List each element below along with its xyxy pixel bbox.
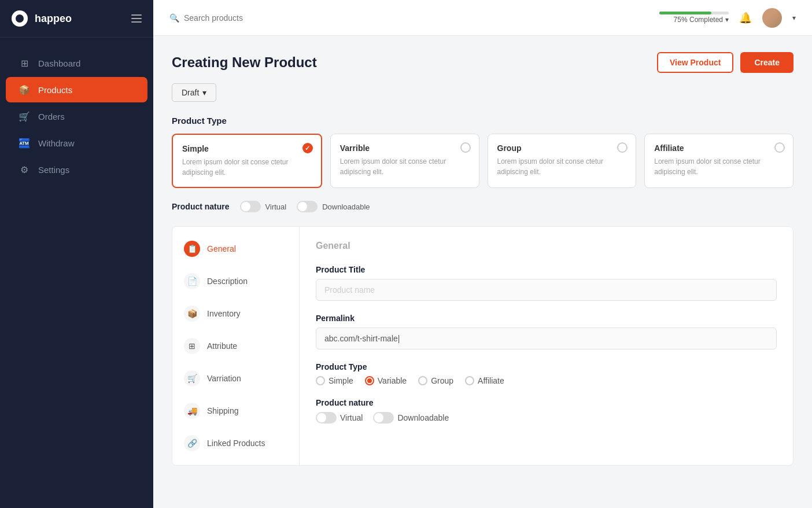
linked-products-icon: 🔗 [184, 435, 200, 451]
side-nav-shipping[interactable]: 🚚 Shipping [172, 395, 299, 427]
product-nature-form: Virtual Downloadable [316, 412, 777, 424]
virtual-toggle-form[interactable] [316, 412, 337, 424]
type-card-desc: Lorem ipsum dolor sit conse ctetur adipi… [654, 156, 784, 177]
form-section-title: General [316, 241, 777, 251]
sidebar: happeo ⊞ Dashboard 📦 Products 🛒 Orders 🏧… [0, 0, 153, 508]
type-card-radio [774, 142, 785, 153]
side-nav-attribute[interactable]: ⊞ Attribute [172, 330, 299, 362]
radio-circle-simple [316, 376, 325, 385]
product-title-label: Product Title [316, 265, 777, 274]
permalink-label: Permalink [316, 314, 777, 323]
downloadable-toggle-form[interactable] [373, 412, 394, 424]
form-panel: General Product Title Permalink Product … [300, 227, 793, 465]
downloadable-label: Downloadable [322, 203, 370, 211]
product-title-input[interactable] [316, 279, 777, 301]
product-type-form-label: Product Type [316, 362, 777, 371]
radio-circle-group [418, 376, 427, 385]
avatar-image [762, 8, 782, 28]
permalink-input[interactable] [316, 327, 777, 349]
attribute-icon: ⊞ [184, 338, 200, 354]
side-nav-inventory[interactable]: 📦 Inventory [172, 297, 299, 330]
virtual-toggle[interactable] [240, 201, 261, 212]
orders-icon: 🛒 [19, 111, 30, 122]
view-product-button[interactable]: View Product [657, 52, 733, 73]
sidebar-item-settings[interactable]: ⚙ Settings [6, 157, 147, 182]
sidebar-item-orders[interactable]: 🛒 Orders [6, 104, 147, 129]
sidebar-item-label: Withdraw [38, 138, 75, 148]
type-card-radio [302, 143, 313, 153]
header-actions: View Product Create [657, 52, 793, 73]
chevron-down-icon: ▾ [202, 88, 206, 97]
search-wrap: 🔍 [169, 13, 447, 23]
product-type-simple[interactable]: Simple Lorem ipsum dolor sit conse ctetu… [172, 134, 322, 188]
product-types: Simple Lorem ipsum dolor sit conse ctetu… [172, 134, 793, 188]
sidebar-item-dashboard[interactable]: ⊞ Dashboard [6, 50, 147, 76]
radio-variable[interactable]: Variable [365, 376, 407, 385]
product-type-form-group: Product Type Simple Variable Group [316, 362, 777, 385]
general-icon: 📋 [184, 241, 200, 257]
sidebar-item-label: Orders [38, 112, 65, 122]
type-card-title: Affiliate [654, 143, 784, 153]
radio-simple[interactable]: Simple [316, 376, 353, 385]
downloadable-toggle[interactable] [297, 201, 318, 212]
sidebar-item-label: Products [38, 85, 72, 95]
nature-virtual[interactable]: Virtual [316, 412, 363, 424]
hamburger-icon[interactable] [131, 14, 142, 23]
withdraw-icon: 🏧 [19, 137, 30, 149]
content-area: Creating New Product View Product Create… [153, 36, 812, 508]
logo-text: happeo [35, 13, 72, 25]
virtual-label: Virtual [265, 203, 287, 211]
type-card-desc: Lorem ipsum dolor sit conse ctetur adipi… [340, 156, 470, 177]
sidebar-item-withdraw[interactable]: 🏧 Withdraw [6, 130, 147, 156]
permalink-group: Permalink [316, 314, 777, 349]
radio-affiliate[interactable]: Affiliate [465, 376, 504, 385]
product-type-varrible[interactable]: Varrible Lorem ipsum dolor sit conse cte… [330, 134, 479, 188]
progress-bar-outer [659, 12, 729, 14]
radio-group-type[interactable]: Group [418, 376, 453, 385]
dashboard-icon: ⊞ [19, 57, 30, 69]
product-type-group[interactable]: Group Lorem ipsum dolor sit conse ctetur… [488, 134, 637, 188]
description-icon: 📄 [184, 273, 200, 289]
topbar-right: 75% Completed ▾ 🔔 ▾ [659, 8, 796, 28]
side-nav-description[interactable]: 📄 Description [172, 265, 299, 297]
radio-circle-affiliate [465, 376, 474, 385]
bell-icon[interactable]: 🔔 [739, 12, 752, 24]
varriation-icon: 🛒 [184, 370, 200, 386]
side-nav-linked-products[interactable]: 🔗 Linked Products [172, 427, 299, 459]
search-icon: 🔍 [169, 13, 179, 23]
two-col-panel: 📋 General 📄 Description 📦 Inventory ⊞ At… [172, 226, 793, 466]
type-card-desc: Lorem ipsum dolor sit conse ctetur adipi… [182, 157, 312, 178]
product-nature-form-label: Product nature [316, 398, 777, 407]
settings-icon: ⚙ [19, 164, 30, 175]
progress-bar-inner [659, 12, 711, 14]
shipping-icon: 🚚 [184, 403, 200, 419]
topbar: 🔍 75% Completed ▾ 🔔 ▾ [153, 0, 812, 36]
product-nature-row: Product nature Virtual Downloadable [172, 201, 793, 212]
side-nav-varriation[interactable]: 🛒 Varriation [172, 362, 299, 395]
sidebar-item-products[interactable]: 📦 Products [6, 77, 147, 102]
products-icon: 📦 [19, 84, 30, 95]
product-nature-form-group: Product nature Virtual Downloadable [316, 398, 777, 424]
type-card-title: Simple [182, 144, 312, 153]
nature-downloadable[interactable]: Downloadable [373, 412, 449, 424]
sidebar-item-label: Dashboard [38, 58, 80, 68]
virtual-toggle-wrap: Virtual [240, 201, 287, 212]
progress-wrap: 75% Completed ▾ [659, 12, 729, 24]
main-wrapper: 🔍 75% Completed ▾ 🔔 ▾ Creating New Prod [153, 0, 812, 508]
type-card-title: Varrible [340, 143, 470, 153]
form-sidebar-nav: 📋 General 📄 Description 📦 Inventory ⊞ At… [172, 227, 300, 465]
sidebar-item-label: Settings [38, 165, 69, 175]
downloadable-toggle-wrap: Downloadable [297, 201, 370, 212]
product-type-affiliate[interactable]: Affiliate Lorem ipsum dolor sit conse ct… [644, 134, 793, 188]
chevron-down-icon: ▾ [792, 14, 796, 22]
page-header: Creating New Product View Product Create [172, 52, 793, 73]
sidebar-nav: ⊞ Dashboard 📦 Products 🛒 Orders 🏧 Withdr… [0, 38, 153, 508]
type-card-desc: Lorem ipsum dolor sit conse ctetur adipi… [497, 156, 627, 177]
draft-button[interactable]: Draft ▾ [172, 83, 216, 102]
side-nav-general[interactable]: 📋 General [172, 233, 299, 265]
search-input[interactable] [184, 13, 447, 23]
avatar[interactable] [762, 8, 782, 28]
progress-label: 75% Completed ▾ [674, 16, 729, 24]
create-button[interactable]: Create [740, 52, 793, 73]
inventory-icon: 📦 [184, 305, 200, 322]
